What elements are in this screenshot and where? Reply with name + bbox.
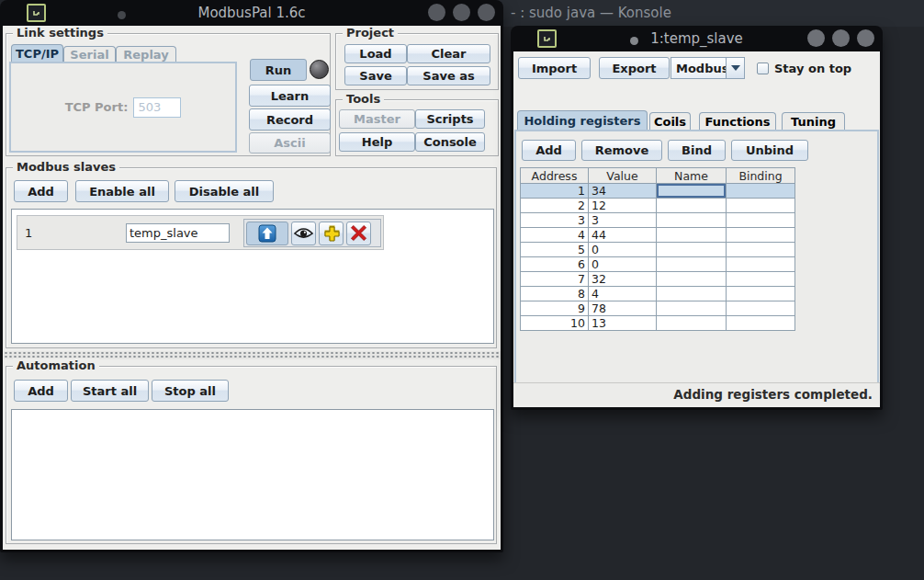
cell-name[interactable]	[657, 213, 727, 228]
cell-value[interactable]: 0	[589, 257, 657, 272]
slave-add-button[interactable]: Add	[14, 180, 68, 202]
cell-binding[interactable]	[727, 199, 795, 213]
record-button[interactable]: Record	[249, 108, 331, 131]
tab-tuning[interactable]: Tuning	[782, 112, 845, 130]
konsole-titlebar[interactable]: - : sudo java — Konsole	[496, 0, 924, 27]
cell-address[interactable]: 4	[520, 228, 589, 243]
cell-value[interactable]: 12	[589, 199, 657, 213]
master-button[interactable]: Master	[339, 109, 415, 129]
clear-button[interactable]: Clear	[407, 44, 490, 63]
enable-all-button[interactable]: Enable all	[75, 180, 169, 202]
view-slave-button[interactable]	[291, 222, 316, 245]
cell-binding[interactable]	[727, 228, 795, 243]
cell-binding[interactable]	[727, 257, 795, 272]
register-add-button[interactable]: Add	[522, 140, 576, 161]
enable-slave-button[interactable]	[246, 222, 288, 245]
cell-value[interactable]: 34	[589, 184, 657, 199]
col-header-value[interactable]: Value	[589, 167, 657, 184]
close-button[interactable]	[857, 29, 874, 47]
ascii-button[interactable]: Ascii	[249, 132, 331, 154]
cell-name[interactable]	[657, 184, 727, 199]
cell-address[interactable]: 10	[520, 316, 589, 331]
cell-address[interactable]: 6	[520, 257, 589, 272]
cell-address[interactable]: 3	[520, 213, 589, 228]
table-row[interactable]: 732	[520, 272, 795, 287]
cell-address[interactable]: 9	[520, 301, 589, 316]
scripts-button[interactable]: Scripts	[415, 109, 485, 129]
cell-binding[interactable]	[727, 301, 795, 316]
tab-tcpip[interactable]: TCP/IP	[11, 44, 63, 62]
table-row[interactable]: 60	[520, 257, 795, 272]
register-remove-button[interactable]: Remove	[581, 140, 662, 161]
add-automation-button[interactable]	[319, 222, 344, 245]
cell-value[interactable]: 3	[589, 213, 657, 228]
close-button[interactable]	[478, 4, 495, 21]
import-button[interactable]: Import	[518, 57, 591, 79]
tab-serial[interactable]: Serial	[63, 46, 116, 62]
tab-coils[interactable]: Coils	[649, 112, 691, 130]
cell-value[interactable]: 78	[589, 301, 657, 316]
tab-functions[interactable]: Functions	[699, 112, 776, 130]
cell-name[interactable]	[657, 243, 727, 257]
automation-add-button[interactable]: Add	[14, 380, 68, 402]
tab-replay[interactable]: Replay	[116, 46, 176, 62]
cell-binding[interactable]	[727, 184, 795, 199]
cell-name[interactable]	[657, 257, 727, 272]
help-button[interactable]: Help	[339, 132, 415, 152]
save-button[interactable]: Save	[344, 66, 407, 85]
console-button[interactable]: Console	[415, 132, 485, 152]
table-row[interactable]: 50	[520, 243, 795, 257]
table-row[interactable]: 212	[520, 199, 795, 213]
cell-value[interactable]: 32	[589, 272, 657, 287]
cell-name[interactable]	[657, 316, 727, 331]
save-as-button[interactable]: Save as	[407, 66, 490, 85]
table-row[interactable]: 84	[520, 287, 795, 301]
cell-name[interactable]	[657, 287, 727, 301]
col-header-address[interactable]: Address	[520, 167, 589, 184]
modbuspal-titlebar[interactable]: ModbusPal 1.6c	[0, 0, 503, 26]
table-row[interactable]: 444	[520, 228, 795, 243]
learn-button[interactable]: Learn	[249, 85, 331, 107]
cell-name[interactable]	[657, 228, 727, 243]
load-button[interactable]: Load	[344, 44, 407, 63]
maximize-button[interactable]	[832, 29, 850, 47]
table-row[interactable]: 33	[520, 213, 795, 228]
cell-address[interactable]: 2	[520, 199, 589, 213]
cell-address[interactable]: 5	[520, 243, 589, 257]
combo-arrow-button[interactable]	[726, 57, 745, 79]
slave-name-input[interactable]: temp_slave	[126, 223, 230, 243]
cell-binding[interactable]	[727, 272, 795, 287]
cell-address[interactable]: 8	[520, 287, 589, 301]
register-type-combo[interactable]: Modbus	[670, 57, 745, 79]
table-row[interactable]: 978	[520, 301, 795, 316]
cell-binding[interactable]	[727, 316, 795, 331]
cell-name[interactable]	[657, 301, 727, 316]
stop-all-button[interactable]: Stop all	[152, 380, 229, 402]
delete-slave-button[interactable]	[346, 222, 371, 245]
register-unbind-button[interactable]: Unbind	[731, 140, 808, 161]
cell-name[interactable]	[657, 272, 727, 287]
temp-slave-titlebar[interactable]: 1:temp_slave	[511, 26, 883, 51]
cell-value[interactable]: 0	[589, 243, 657, 257]
start-all-button[interactable]: Start all	[71, 380, 149, 402]
cell-binding[interactable]	[727, 243, 795, 257]
cell-binding[interactable]	[727, 287, 795, 301]
cell-binding[interactable]	[727, 213, 795, 228]
table-row[interactable]: 1013	[520, 316, 795, 331]
cell-value[interactable]: 44	[589, 228, 657, 243]
tab-holding-registers[interactable]: Holding registers	[517, 110, 648, 130]
cell-address[interactable]: 7	[520, 272, 589, 287]
disable-all-button[interactable]: Disable all	[175, 180, 274, 202]
register-bind-button[interactable]: Bind	[668, 140, 726, 161]
cell-value[interactable]: 4	[589, 287, 657, 301]
col-header-name[interactable]: Name	[657, 167, 727, 184]
cell-value[interactable]: 13	[589, 316, 657, 331]
minimize-button[interactable]	[428, 4, 445, 21]
export-button[interactable]: Export	[599, 57, 670, 79]
minimize-button[interactable]	[807, 29, 825, 47]
stay-on-top-checkbox[interactable]	[757, 63, 769, 74]
run-button[interactable]: Run	[250, 59, 307, 81]
cell-address[interactable]: 1	[520, 184, 589, 199]
tcp-port-field[interactable]: 503	[133, 97, 181, 118]
cell-name[interactable]	[657, 199, 727, 213]
